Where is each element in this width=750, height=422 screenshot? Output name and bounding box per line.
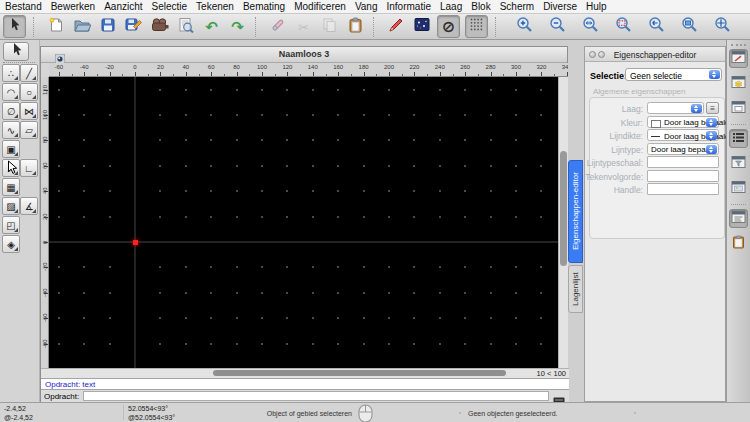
image-tool[interactable]: ▦ [2,178,20,196]
group-label: Algemene eigenschappen [593,87,686,96]
command-line-dock-button[interactable] [729,209,748,228]
zoom-auto-button[interactable] [580,16,601,37]
pen-button[interactable] [385,16,406,37]
menu-modificeren[interactable]: Modificeren [294,1,346,12]
new-doc-icon [47,16,64,37]
horizontal-scrollbar[interactable] [49,369,511,378]
drawing-canvas[interactable] [49,77,558,368]
undo-icon: ↶ [205,18,218,36]
dimension-tool[interactable]: ∟ [20,159,38,177]
selection-filter-dock-button[interactable] [729,154,748,173]
property-editor-dock-button[interactable] [729,49,748,68]
tab-lagenlijst[interactable]: Lagenlijst [568,265,583,313]
redo-button[interactable]: ↷ [227,16,248,37]
document-title: Naamloos 3 [41,49,567,59]
layer-list-dock-button[interactable] [729,74,748,93]
menu-hulp[interactable]: Hulp [586,1,607,12]
vertical-scrollbar[interactable] [558,77,568,368]
dock-handle[interactable] [731,44,746,46]
paste-button[interactable] [345,16,366,37]
document-titlebar[interactable]: Naamloos 3 [41,47,567,63]
tool-palette: ∴╱◠○∅⋈∿▱▣A∟▦▨∡◰◈ [0,40,40,402]
zoom-previous-button[interactable] [646,16,667,37]
hatch-tool[interactable]: ▨ [2,197,20,215]
menu-aanzicht[interactable]: Aanzicht [104,1,142,12]
restrict-nothing-button[interactable]: ⊘ [437,15,460,38]
menu-diverse[interactable]: Diverse [543,1,577,12]
menu-vang[interactable]: Vang [355,1,378,12]
zoom-out-icon [549,16,566,37]
cut-button[interactable]: ✂ [293,16,314,37]
ellipse-tool[interactable]: ∅ [2,102,20,120]
menu-blok[interactable]: Blok [471,1,490,12]
circle-tool[interactable]: ○ [20,83,38,101]
points-tool[interactable]: ∴ [2,64,20,82]
command-history-dock-button[interactable] [729,129,748,148]
line-tool[interactable]: ╱ [20,64,38,82]
origin-center [133,240,138,245]
new-file-button[interactable] [45,16,66,37]
absolute-polar-coordinate: 52.0554<93° [128,405,168,412]
selection-pointer-button[interactable] [3,15,26,38]
open-file-button[interactable] [71,16,92,37]
print-button[interactable] [149,16,170,37]
library-browser-dock-button[interactable] [729,179,748,198]
measure-tool[interactable]: ∡ [20,197,38,215]
menu-bemating[interactable]: Bemating [243,1,285,12]
dock-cmd-icon [731,210,746,228]
horizontal-scroll-thumb[interactable] [213,370,506,376]
zoom-window-button[interactable] [613,16,634,37]
zoom-pan-button[interactable] [679,16,700,37]
arc-tool[interactable]: ◠ [2,83,20,101]
menu-bestand[interactable]: Bestand [5,1,42,12]
undo-button[interactable]: ↶ [201,16,222,37]
lineweight-dropdown[interactable]: Door laag bepaald [647,129,719,141]
command-input[interactable] [83,391,549,401]
eraser-button[interactable] [267,16,288,37]
copy-button[interactable] [319,16,340,37]
save-as-button[interactable] [123,16,144,37]
block-list-dock-button[interactable] [729,99,748,118]
menu-laag[interactable]: Laag [440,1,462,12]
layer-list-button[interactable]: ≡ [706,102,719,114]
menu-selectie[interactable]: Selectie [152,1,188,12]
pointer-tool-button[interactable] [3,42,29,61]
drawing-preferences-button[interactable] [411,16,432,37]
menu-bewerken[interactable]: Bewerken [51,1,95,12]
zoom-in-button[interactable] [514,16,535,37]
menu-informatie[interactable]: Informatie [387,1,431,12]
dock-clipboard-icon [731,235,746,253]
tab-eigenschappen-editor[interactable]: Eigenschappen-editor [568,160,583,263]
relative-coordinate: @-2.4,52 [4,414,33,421]
menu-tekenen[interactable]: Tekenen [196,1,234,12]
toolbar-separator [373,17,379,37]
zoom-out-button[interactable] [547,16,568,37]
zoom-auto-icon [582,16,599,37]
color-dropdown[interactable]: Door laag bepaald [647,116,719,128]
modify-tool[interactable]: ◰ [2,216,20,234]
menu-scherm[interactable]: Scherm [500,1,534,12]
property-label: Handle: [585,185,643,195]
viewport-tool[interactable]: ▣ [2,140,20,158]
property-row: Lijntypeschaal: [585,156,727,169]
selection-dropdown[interactable]: Geen selectie [625,68,722,81]
palette-separator [3,62,35,63]
save-button[interactable] [97,16,118,37]
linetype-scale-field[interactable] [647,156,719,168]
zoom-redraw-button[interactable] [712,16,733,37]
print-preview-button[interactable] [175,16,196,37]
handle-field[interactable] [647,183,719,195]
property-value: Door laag bepaald [664,132,729,141]
linetype-dropdown[interactable]: Door laag bepaald [647,143,719,155]
solid-tool[interactable]: ◈ [2,235,20,253]
grid-toggle-button[interactable] [465,15,488,38]
draw-order-field[interactable] [647,170,719,182]
spline-tool[interactable]: ∿ [2,121,20,139]
layer-dropdown[interactable] [647,102,704,114]
clipboard-dock-button[interactable] [729,234,748,253]
polygon-tool[interactable]: ▱ [20,121,38,139]
vertical-scroll-thumb[interactable] [560,151,567,266]
polyline-tool[interactable]: ⋈ [20,102,38,120]
toolbar-separator [495,17,501,37]
pointer-icon [7,17,22,36]
